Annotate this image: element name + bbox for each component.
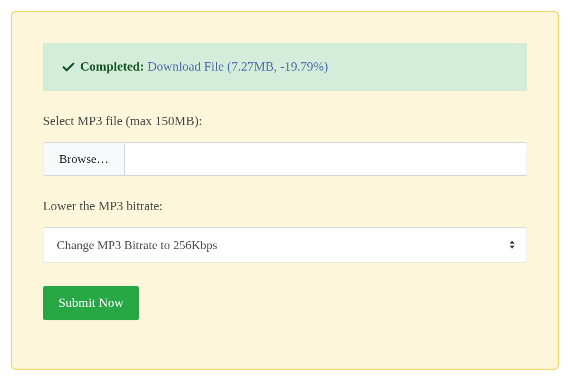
submit-button[interactable]: Submit Now xyxy=(43,286,139,320)
file-select-label: Select MP3 file (max 150MB): xyxy=(43,114,527,128)
bitrate-select[interactable]: Change MP3 Bitrate to 256Kbps xyxy=(43,227,527,262)
file-name-display[interactable] xyxy=(125,142,527,176)
browse-button[interactable]: Browse… xyxy=(43,142,125,176)
bitrate-label: Lower the MP3 bitrate: xyxy=(43,199,527,214)
form-card: Completed: Download File (7.27MB, -19.79… xyxy=(11,11,559,370)
check-icon xyxy=(61,59,76,75)
status-label: Completed: xyxy=(80,59,144,74)
success-alert: Completed: Download File (7.27MB, -19.79… xyxy=(43,43,527,91)
bitrate-select-wrapper: Change MP3 Bitrate to 256Kbps xyxy=(43,227,527,262)
download-link[interactable]: Download File (7.27MB, -19.79%) xyxy=(148,59,328,74)
file-input: Browse… xyxy=(43,142,527,176)
